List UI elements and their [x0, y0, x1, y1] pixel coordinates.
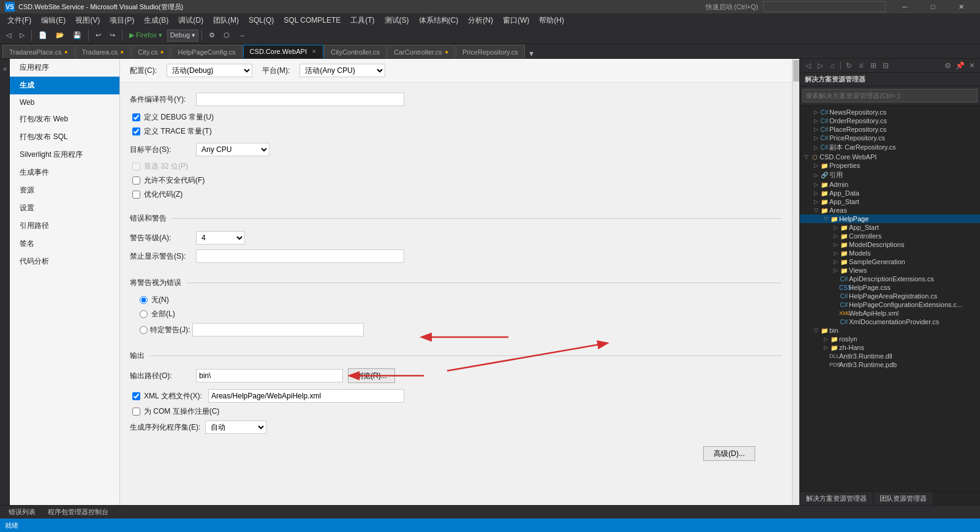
menu-window[interactable]: 窗口(W)	[498, 13, 534, 27]
tree-antlr-pdb[interactable]: PDB Antlr3.Runtime.pdb	[800, 360, 980, 369]
rp-expand-icon[interactable]: ⊞	[868, 60, 879, 71]
tree-hp-samplegen[interactable]: ▷ 📁 SampleGeneration	[800, 257, 980, 266]
menu-edit[interactable]: 编辑(E)	[36, 13, 70, 27]
nav-resources[interactable]: 资源	[10, 181, 119, 199]
define-debug-checkbox[interactable]	[132, 113, 140, 121]
serialization-select[interactable]: 自动	[205, 420, 266, 434]
tree-webapihelp-xml[interactable]: XML WebApiHelp.xml	[800, 309, 980, 317]
tree-bin[interactable]: ▽ 📁 bin	[800, 326, 980, 335]
tree-hp-models[interactable]: ▷ 📁 Models	[800, 249, 980, 257]
toolbar-run[interactable]: ▶ Firefox ▾	[126, 29, 166, 42]
maximize-button[interactable]: □	[919, 0, 947, 13]
tree-appstart[interactable]: ▷ 📁 App_Start	[800, 197, 980, 206]
tree-zhHans[interactable]: ▷ 📁 zh-Hans	[800, 343, 980, 352]
target-platform-select[interactable]: Any CPU	[196, 143, 270, 156]
specific-warnings-input[interactable]	[192, 323, 364, 336]
toolbar-step[interactable]: →	[235, 29, 249, 42]
tree-pricerepository[interactable]: ▷ C# PriceRepository.cs	[800, 134, 980, 142]
rp-forward-icon[interactable]: ▷	[815, 60, 826, 71]
advanced-button[interactable]: 高级(D)...	[703, 446, 755, 461]
rp-filter-icon[interactable]: ≡	[856, 60, 867, 71]
tree-properties[interactable]: ▷ 📁 Properties	[800, 161, 980, 170]
tree-placerepository[interactable]: ▷ C# PlaceRepository.cs	[800, 125, 980, 134]
nav-signing[interactable]: 签名	[10, 235, 119, 253]
tree-hp-controllers[interactable]: ▷ 📁 Controllers	[800, 232, 980, 240]
tree-xmldocprovider[interactable]: C# XmlDocumentationProvider.cs	[800, 317, 980, 326]
tree-orderrepository[interactable]: ▷ C# OrderRepository.cs	[800, 116, 980, 125]
menu-project[interactable]: 项目(P)	[105, 13, 139, 27]
radio-all[interactable]	[140, 310, 148, 318]
tree-roslyn[interactable]: ▷ 📁 roslyn	[800, 335, 980, 343]
menu-help[interactable]: 帮助(H)	[534, 13, 569, 27]
nav-silverlight[interactable]: Silverlight 应用程序	[10, 146, 119, 164]
quick-launch-input[interactable]	[763, 1, 886, 12]
nav-web[interactable]: Web	[10, 94, 119, 110]
nav-ref-paths[interactable]: 引用路径	[10, 217, 119, 235]
suppress-warnings-input[interactable]	[196, 249, 404, 263]
tab-overflow-btn[interactable]: ▾	[527, 48, 536, 58]
menu-sql-complete[interactable]: SQL COMPLETE	[279, 13, 345, 27]
menu-team[interactable]: 团队(M)	[208, 13, 244, 27]
nav-application[interactable]: 应用程序	[10, 59, 119, 77]
scrollbar-thumb[interactable]	[793, 60, 799, 82]
rp-home-icon[interactable]: ⌂	[827, 60, 838, 71]
menu-tools[interactable]: 工具(T)	[345, 13, 379, 27]
conditional-compile-input[interactable]	[196, 93, 404, 106]
nav-package-web[interactable]: 打包/发布 Web	[10, 110, 119, 128]
warning-level-select[interactable]: 4	[196, 231, 245, 245]
rp-refresh-icon[interactable]: ↻	[843, 60, 854, 71]
tab-carcontroller[interactable]: CarController.cs ●	[387, 45, 455, 58]
browse-button[interactable]: 浏览(R)...	[348, 368, 395, 383]
tree-helppage[interactable]: ▽ 📁 HelpPage	[800, 215, 980, 223]
prefer32-checkbox[interactable]	[132, 162, 140, 170]
tree-csd-project[interactable]: ▽ ⬡ CSD.Core.WebAPI	[800, 153, 980, 161]
toolbar-redo[interactable]: ↪	[106, 29, 119, 42]
rp-close-icon[interactable]: ✕	[967, 60, 978, 71]
menu-build[interactable]: 生成(B)	[139, 13, 173, 27]
tree-hp-views[interactable]: ▷ 📁 Views	[800, 266, 980, 275]
bottom-tab-errors[interactable]: 错误列表	[2, 506, 42, 519]
radio-none[interactable]	[140, 296, 148, 304]
tree-admin[interactable]: ▷ 📁 Admin	[800, 180, 980, 189]
radio-specific[interactable]	[140, 326, 148, 334]
menu-architecture[interactable]: 体系结构(C)	[414, 13, 464, 27]
output-path-input[interactable]	[196, 369, 343, 382]
tab-tradareaplace[interactable]: TradareaPlace.cs ●	[2, 45, 75, 58]
rp-tab-solution[interactable]: 解决方案资源管理器	[800, 492, 873, 505]
allow-unsafe-checkbox[interactable]	[132, 177, 140, 184]
tab-helppageconfig[interactable]: HelpPageConfig.cs	[171, 45, 242, 58]
tree-hp-areareg[interactable]: C# HelpPageAreaRegistration.cs	[800, 292, 980, 300]
rp-pin-icon[interactable]: 📌	[954, 60, 965, 71]
toolbar-attach[interactable]: ⚙	[205, 29, 219, 42]
menu-test[interactable]: 测试(S)	[380, 13, 414, 27]
tree-hp-appstart[interactable]: ▷ 📁 App_Start	[800, 223, 980, 232]
rp-settings-icon[interactable]: ⚙	[942, 60, 953, 71]
menu-debug[interactable]: 调试(D)	[173, 13, 208, 27]
menu-view[interactable]: 视图(V)	[70, 13, 105, 27]
minimize-button[interactable]: ─	[891, 0, 919, 13]
optimize-checkbox[interactable]	[132, 191, 140, 199]
tab-csd-core-webapi[interactable]: CSD.Core.WebAPI ✕	[243, 45, 323, 58]
tab-citycontroller[interactable]: CityController.cs	[324, 45, 386, 58]
com-reg-checkbox[interactable]	[132, 408, 140, 416]
toolbar-breakpoint[interactable]: ⬡	[220, 29, 233, 42]
toolbar-save-all[interactable]: 💾	[69, 29, 85, 42]
tree-publicrepository[interactable]: ▷ C# 副本 CarRepository.cs	[800, 142, 980, 153]
nav-code-analysis[interactable]: 代码分析	[10, 253, 119, 270]
toolbar-new[interactable]: 📄	[35, 29, 51, 42]
tab-city[interactable]: City.cs ●	[131, 45, 170, 58]
toolbar-open[interactable]: 📂	[52, 29, 68, 42]
toolbar-back[interactable]: ◁	[2, 29, 15, 42]
xml-doc-input[interactable]	[208, 389, 404, 403]
tab-pricerepository[interactable]: PriceRepository.cs	[456, 45, 525, 58]
toolbar-debug-dropdown[interactable]: Debug ▾	[167, 29, 198, 42]
tree-appdata[interactable]: ▷ 📁 App_Data	[800, 189, 980, 197]
menu-analyze[interactable]: 分析(N)	[463, 13, 498, 27]
close-button[interactable]: ✕	[947, 0, 975, 13]
tree-helpcss[interactable]: CSS HelpPage.css	[800, 283, 980, 292]
config-select[interactable]: 活动(Debug)	[167, 64, 252, 77]
content-scroll[interactable]: 配置(C): 活动(Debug) 平台(M): 活动(Any CPU) 条件编译…	[120, 59, 792, 505]
tab-tradarea[interactable]: Tradarea.cs ●	[75, 45, 130, 58]
tree-hp-modeldesc[interactable]: ▷ 📁 ModelDescriptions	[800, 240, 980, 249]
rp-back-icon[interactable]: ◁	[802, 60, 813, 71]
